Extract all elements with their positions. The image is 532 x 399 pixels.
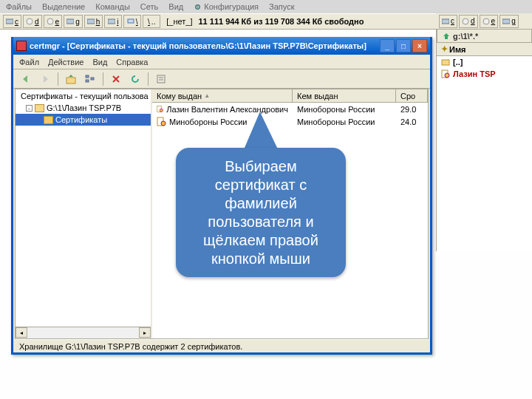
up-button[interactable] <box>63 71 79 87</box>
svg-rect-9 <box>442 19 449 24</box>
certificate-icon <box>157 117 166 126</box>
drive-e[interactable]: e <box>44 15 63 28</box>
menu-commands[interactable]: Команды <box>95 2 130 11</box>
svg-rect-20 <box>157 75 165 83</box>
svg-point-4 <box>47 18 53 24</box>
col-issued-by[interactable]: Кем выдан <box>293 89 396 102</box>
drive-free-label: 11 111 944 Кб из 119 708 344 Кб свободно <box>198 17 364 26</box>
drive-h[interactable]: h <box>84 15 103 28</box>
list-item-up[interactable]: [..] <box>437 56 532 68</box>
window-menu: Файл Действие Вид Справка <box>13 55 430 69</box>
x-icon <box>111 74 121 84</box>
panel-col-name[interactable]: ✦Имя <box>437 43 532 56</box>
minimize-button[interactable]: _ <box>380 39 395 52</box>
drive-r-c[interactable]: c <box>439 15 457 28</box>
certificate-icon <box>157 104 163 114</box>
drive-r-d[interactable]: d <box>459 15 478 28</box>
menu-config[interactable]: Конфигурация <box>194 2 259 11</box>
maximize-button[interactable]: □ <box>396 39 411 52</box>
svg-rect-18 <box>86 80 89 82</box>
menu-help[interactable]: Справка <box>116 58 148 66</box>
drive-r-e[interactable]: e <box>480 15 499 28</box>
svg-rect-19 <box>91 78 94 80</box>
scroll-right-icon[interactable]: ▸ <box>139 327 151 338</box>
svg-point-10 <box>463 18 468 24</box>
drive-i[interactable]: i <box>104 15 122 28</box>
table-row[interactable]: Минобороны России Минобороны России 24.0 <box>152 115 428 128</box>
svg-rect-5 <box>66 19 74 24</box>
scroll-left-icon[interactable]: ◂ <box>16 327 27 338</box>
menu-net[interactable]: Сеть <box>140 2 158 11</box>
refresh-icon <box>130 74 140 84</box>
show-tree-button[interactable] <box>82 71 98 87</box>
col-issued-to[interactable]: Кому выдан▲ <box>152 89 293 102</box>
col-expiry[interactable]: Сро <box>396 89 428 102</box>
collapse-icon[interactable]: - <box>26 105 33 112</box>
toolbar <box>13 69 430 89</box>
svg-point-3 <box>27 18 33 24</box>
status-bar: Хранилище G:\1\Лазин TSP.P7B содержит 2 … <box>15 339 429 352</box>
gear-icon <box>194 3 202 11</box>
tree-hscrollbar[interactable]: ◂ ▸ <box>16 327 151 338</box>
svg-rect-7 <box>108 19 115 24</box>
menu-action[interactable]: Действие <box>48 58 83 66</box>
folder-icon <box>35 104 44 112</box>
folder-up-icon <box>66 74 76 84</box>
svg-rect-8 <box>128 19 134 23</box>
svg-rect-2 <box>6 19 13 24</box>
tree-file[interactable]: - G:\1\Лазин TSP.P7B <box>16 102 151 114</box>
menu-files[interactable]: Файлы <box>6 2 32 11</box>
table-row[interactable]: Лазин Валентин Александрович Минобороны … <box>152 103 428 115</box>
app-menubar: Файлы Выделение Команды Сеть Вид Конфигу… <box>0 0 532 13</box>
drive-net2[interactable]: \.. <box>143 15 160 28</box>
certificate-icon <box>441 69 450 78</box>
list-item-file[interactable]: Лазин TSP <box>437 68 532 80</box>
drive-r-g[interactable]: g <box>499 15 519 28</box>
menu-view2[interactable]: Вид <box>92 58 107 66</box>
callout-tail <box>244 111 283 153</box>
export-button[interactable] <box>153 71 169 87</box>
arrow-up-icon <box>442 32 451 41</box>
sort-asc-icon: ▲ <box>204 92 210 99</box>
drive-none: [_нет_] <box>166 17 192 26</box>
delete-button[interactable] <box>108 71 124 87</box>
svg-rect-12 <box>502 19 510 24</box>
svg-point-11 <box>483 18 489 24</box>
svg-rect-6 <box>87 19 95 24</box>
svg-point-26 <box>160 109 163 112</box>
tree-icon <box>85 74 95 84</box>
file-panel-right: g:\1\*.* ✦Имя [..] Лазин TSP <box>436 30 532 251</box>
tree-leaf-selected[interactable]: Сертификаты <box>16 114 151 126</box>
forward-button[interactable] <box>37 71 53 87</box>
arrow-left-icon <box>21 74 31 84</box>
drive-net1[interactable]: \ <box>123 15 141 28</box>
refresh-button[interactable] <box>127 71 143 87</box>
menu-select[interactable]: Выделение <box>42 2 85 11</box>
menu-run[interactable]: Запуск <box>269 2 294 11</box>
list-icon <box>156 74 166 84</box>
folder-open-icon <box>44 116 53 124</box>
instruction-callout: Выбираем сертификат с фамилией пользоват… <box>176 148 346 277</box>
titlebar[interactable]: certmgr - [Сертификаты - текущий пользов… <box>13 37 430 55</box>
back-button[interactable] <box>18 71 34 87</box>
drive-d[interactable]: d <box>23 15 42 28</box>
drive-c[interactable]: c <box>3 15 21 28</box>
svg-point-1 <box>197 6 199 7</box>
app-icon <box>16 41 27 51</box>
menu-file[interactable]: Файл <box>19 58 39 66</box>
folder-up-icon <box>441 58 450 66</box>
svg-rect-17 <box>86 75 89 78</box>
svg-rect-16 <box>66 78 75 83</box>
drive-bar-right: c d e g <box>436 13 532 30</box>
arrow-right-icon <box>40 74 50 84</box>
svg-point-28 <box>161 121 166 126</box>
column-headers: Кому выдан▲ Кем выдан Сро <box>152 89 428 103</box>
close-button[interactable]: × <box>412 39 427 52</box>
svg-point-15 <box>445 73 449 78</box>
menu-view[interactable]: Вид <box>168 2 183 11</box>
svg-rect-13 <box>442 60 449 65</box>
tree-pane: Сертификаты - текущий пользова - G:\1\Ла… <box>16 89 152 338</box>
drive-g[interactable]: g <box>64 15 83 28</box>
panel-tab[interactable]: g:\1\*.* <box>437 30 532 43</box>
tree-root[interactable]: Сертификаты - текущий пользова <box>16 89 151 102</box>
